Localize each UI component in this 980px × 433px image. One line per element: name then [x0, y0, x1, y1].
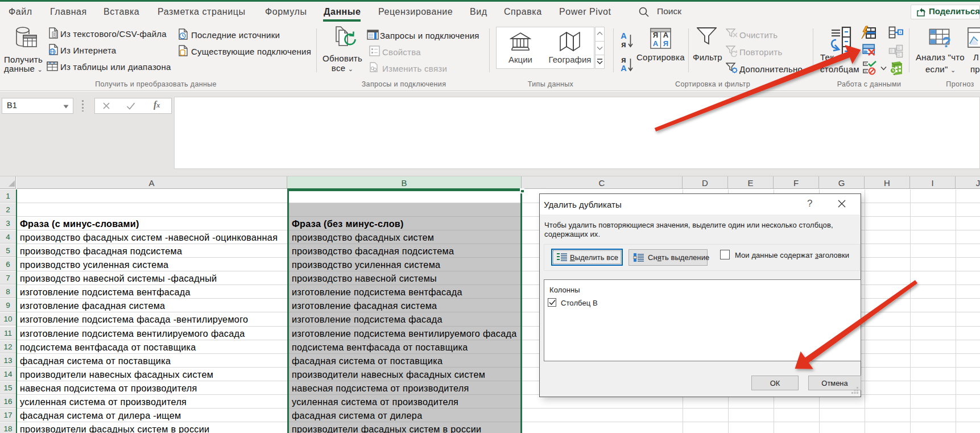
svg-text:А: А: [653, 39, 659, 48]
svg-text:?: ?: [942, 34, 951, 50]
svg-text:Я: Я: [653, 31, 658, 39]
svg-text:Я: Я: [663, 39, 668, 48]
svg-text:А: А: [663, 31, 669, 39]
